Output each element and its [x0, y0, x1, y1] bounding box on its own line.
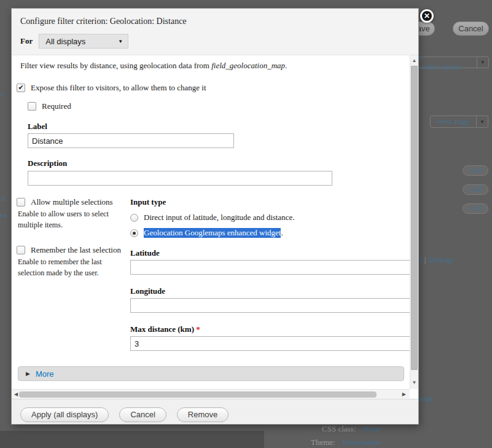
divider: |	[424, 255, 426, 264]
background-edge-fragment: s	[1, 90, 4, 99]
vertical-scrollbar-thumb[interactable]	[411, 66, 418, 370]
background-name-description-dropdown: view name/description ▼	[408, 57, 489, 68]
left-options-column: ✔ Allow multiple selections Enable to al…	[17, 197, 127, 351]
multiple-selections-label: Allow multiple selections	[31, 197, 113, 207]
background-add-button: Add	[463, 165, 488, 176]
latitude-input[interactable]	[130, 260, 410, 275]
background-css-class-row: CSS class: None	[322, 424, 381, 434]
max-distance-input[interactable]	[130, 336, 410, 351]
direct-input-label: Direct input of latitude, longitude and …	[144, 213, 295, 222]
multiple-selections-row: ✔ Allow multiple selections	[17, 197, 127, 207]
description-heading: Description	[28, 159, 410, 168]
css-class-value-link: None	[364, 424, 381, 433]
direct-input-radio[interactable]	[130, 214, 138, 222]
views-ui-overlay: Save Cancel view name/description ▼ view…	[0, 0, 492, 448]
modal-title: Configure filter criterion: Geolocation:…	[20, 17, 410, 26]
expose-filter-label: Expose this filter to visitors, to allow…	[31, 83, 206, 93]
googlemaps-widget-radio[interactable]	[130, 229, 138, 237]
description-input[interactable]	[28, 171, 332, 186]
configure-filter-modal: Configure filter criterion: Geolocation:…	[11, 8, 419, 425]
background-language-link-fragment: uage	[418, 393, 434, 403]
close-icon: ✕	[424, 12, 430, 20]
background-footer-band	[0, 431, 264, 448]
required-marker: *	[196, 324, 200, 334]
display-select[interactable]: All displays ▼	[39, 34, 128, 49]
expose-filter-checkbox[interactable]: ✔	[17, 84, 25, 92]
display-select-value: All displays	[45, 37, 85, 46]
direct-input-radio-row: Direct input of latitude, longitude and …	[130, 213, 410, 222]
background-cancel-button: Cancel	[453, 22, 489, 36]
css-class-label: CSS class:	[322, 424, 356, 433]
expose-filter-checkbox-row: ✔ Expose this filter to visitors, to all…	[17, 83, 410, 93]
cancel-button[interactable]: Cancel	[119, 407, 166, 422]
background-view-page-dropdown: view Page ▼	[430, 116, 488, 128]
label-heading: Label	[28, 122, 410, 132]
add-label: Add	[463, 204, 488, 213]
required-checkbox-row: ✔ Required	[28, 101, 410, 111]
vertical-scrollbar[interactable]: ▲ ▼	[410, 55, 418, 389]
add-label: Add	[463, 185, 488, 194]
background-edge-fragment: d	[1, 194, 5, 203]
horizontal-scrollbar[interactable]: ◀ ▶	[12, 389, 410, 399]
googlemaps-widget-radio-row: Geolocation Googlemaps enhanced widget .	[130, 228, 410, 238]
googlemaps-widget-label-highlighted: Geolocation Googlemaps enhanced widget	[144, 228, 281, 238]
view-page-label: view Page	[431, 116, 476, 127]
googlemaps-widget-label-period: .	[281, 228, 283, 238]
add-label: Add	[463, 166, 488, 175]
latitude-heading: Latitude	[130, 248, 410, 258]
apply-button[interactable]: Apply (all displays)	[20, 407, 109, 422]
scroll-left-arrow-icon[interactable]: ◀	[14, 390, 18, 399]
field-name: field_geolocation_map	[211, 61, 285, 70]
background-cancel-label: Cancel	[458, 24, 483, 33]
required-checkbox[interactable]: ✔	[28, 102, 36, 111]
for-row: For All displays ▼	[20, 34, 410, 49]
more-fieldset-toggle[interactable]: ▶ More	[18, 366, 404, 381]
more-link[interactable]: More	[36, 369, 54, 379]
background-edge-fragment: ea	[0, 211, 7, 220]
chevron-down-icon: ▼	[476, 116, 488, 127]
modal-header: Configure filter criterion: Geolocation:…	[12, 9, 418, 55]
remember-selection-checkbox[interactable]: ✔	[17, 246, 25, 254]
remember-selection-row: ✔ Remember the last selection	[17, 245, 127, 255]
max-distance-heading-text: Max distance (km)	[130, 324, 196, 334]
background-add-button: Add	[463, 184, 488, 195]
collapsed-triangle-icon: ▶	[26, 371, 30, 377]
label-input[interactable]	[28, 133, 234, 148]
background-theme-row: Theme: Information	[311, 438, 381, 447]
scroll-right-arrow-icon[interactable]: ▶	[402, 390, 406, 399]
max-distance-heading: Max distance (km) *	[130, 324, 410, 334]
remember-selection-label: Remember the last selection	[31, 245, 121, 255]
description-text: Filter view results by distance, using g…	[20, 61, 211, 70]
right-options-column: Input type Direct input of latitude, lon…	[130, 197, 410, 351]
longitude-heading: Longitude	[130, 286, 410, 296]
scroll-down-arrow-icon[interactable]: ▼	[410, 380, 418, 385]
theme-value-link: Information	[343, 438, 381, 447]
multiple-selections-checkbox[interactable]: ✔	[17, 198, 25, 206]
chevron-down-icon: ▼	[118, 39, 123, 44]
multiple-selections-help: Enable to allow users to select multiple…	[18, 209, 127, 230]
modal-scroll-area: Filter view results by distance, using g…	[12, 55, 410, 389]
theme-label: Theme:	[311, 438, 335, 447]
filter-description: Filter view results by distance, using g…	[20, 61, 401, 71]
modal-close-button[interactable]: ✕	[420, 9, 434, 23]
options-columns: ✔ Allow multiple selections Enable to al…	[15, 197, 410, 351]
check-icon: ✔	[18, 84, 23, 92]
settings-link: Settings	[428, 255, 454, 264]
remember-selection-help: Enable to remember the last selection ma…	[18, 257, 127, 278]
input-type-heading: Input type	[130, 197, 410, 207]
horizontal-scrollbar-thumb[interactable]	[19, 391, 377, 398]
remove-button[interactable]: Remove	[177, 407, 228, 422]
description-period: .	[285, 61, 287, 70]
modal-footer: Apply (all displays) Cancel Remove	[12, 399, 418, 424]
chevron-down-icon: ▼	[477, 57, 488, 68]
scroll-up-arrow-icon[interactable]: ▲	[410, 58, 418, 63]
longitude-input[interactable]	[130, 298, 410, 313]
required-label: Required	[42, 101, 71, 111]
for-label: For	[20, 36, 33, 46]
background-add-button: Add	[463, 203, 488, 214]
background-settings-row: d | Settings	[418, 255, 454, 265]
